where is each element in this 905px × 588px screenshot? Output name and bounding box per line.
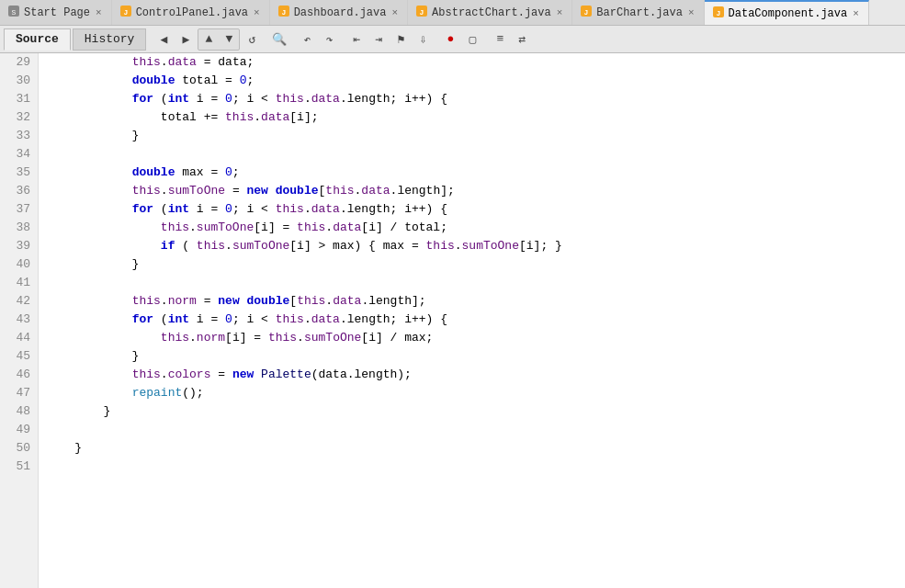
svg-text:S: S xyxy=(12,8,17,17)
history-tab[interactable]: History xyxy=(73,28,147,51)
line-number-30: 30 xyxy=(7,72,30,90)
line-number-44: 44 xyxy=(7,329,30,347)
next-icon[interactable]: ▼ xyxy=(219,29,239,50)
svg-text:J: J xyxy=(716,9,720,17)
back-icon[interactable]: ◀ xyxy=(153,29,174,50)
tab-close-barchart[interactable]: × xyxy=(686,6,696,19)
line-number-48: 48 xyxy=(7,402,30,421)
svg-text:J: J xyxy=(584,8,589,17)
code-container: 2930313233343536373839404142434445464748… xyxy=(0,53,905,588)
format-icon[interactable]: ⇄ xyxy=(512,29,532,50)
tab-icon-datacomp: J xyxy=(712,6,725,22)
tab-label-abstract: AbstractChart.java xyxy=(432,6,551,19)
move-right-icon[interactable]: ⇥ xyxy=(368,29,389,50)
tab-barchart[interactable]: JBarChart.java× xyxy=(572,0,704,26)
tab-bar: SStart Page×JControlPanel.java×JDashboar… xyxy=(0,0,905,26)
tab-label-dashboard: Dashboard.java xyxy=(294,6,387,19)
tab-icon-dashboard: J xyxy=(277,5,290,21)
code-line-39: if ( this.sumToOne[i] > max) { max = thi… xyxy=(46,237,898,255)
svg-text:J: J xyxy=(123,8,128,17)
tab-label-barchart: BarChart.java xyxy=(596,6,683,19)
svg-text:J: J xyxy=(281,8,286,17)
search-icon[interactable]: 🔍 xyxy=(269,29,289,50)
line-number-35: 35 xyxy=(7,164,30,182)
line-number-49: 49 xyxy=(7,421,30,439)
line-number-39: 39 xyxy=(7,237,30,255)
line-number-38: 38 xyxy=(7,219,30,237)
tab-datacomp[interactable]: JDataComponent.java× xyxy=(705,0,869,26)
line-number-40: 40 xyxy=(7,255,30,274)
code-line-32: total += this.data[i]; xyxy=(46,108,898,127)
line-number-51: 51 xyxy=(7,458,30,476)
line-number-31: 31 xyxy=(7,90,30,108)
align-icon[interactable]: ≡ xyxy=(490,29,510,50)
tab-control[interactable]: JControlPanel.java× xyxy=(112,0,270,26)
code-line-40: } xyxy=(46,255,898,274)
code-line-29: this.data = data; xyxy=(46,53,898,72)
last-edit-icon[interactable]: ↺ xyxy=(242,29,262,50)
forward-icon[interactable]: ▶ xyxy=(175,29,196,50)
code-line-42: this.norm = new double[this.data.length]… xyxy=(46,292,898,311)
code-line-44: this.norm[i] = this.sumToOne[i] / max; xyxy=(46,329,898,347)
bookmark-prev-icon[interactable]: ⇩ xyxy=(413,29,433,50)
code-line-31: for (int i = 0; i < this.data.length; i+… xyxy=(46,90,898,108)
history-nav-group: ▲ ▼ xyxy=(198,28,240,51)
tab-label-control: ControlPanel.java xyxy=(136,6,248,19)
line-number-32: 32 xyxy=(7,108,30,127)
code-line-37: for (int i = 0; i < this.data.length; i+… xyxy=(46,200,898,219)
tab-label-datacomp: DataComponent.java xyxy=(729,7,848,20)
tab-label-start: Start Page xyxy=(24,6,90,19)
line-number-47: 47 xyxy=(7,384,30,402)
code-line-36: this.sumToOne = new double[this.data.len… xyxy=(46,182,898,200)
tab-close-datacomp[interactable]: × xyxy=(851,7,861,20)
code-line-49 xyxy=(46,421,898,439)
source-tab[interactable]: Source xyxy=(4,28,71,51)
record-icon[interactable]: ● xyxy=(440,29,460,50)
undo-icon[interactable]: ↶ xyxy=(297,29,317,50)
prev-icon[interactable]: ▲ xyxy=(198,29,219,50)
code-line-48: } xyxy=(46,402,898,421)
code-line-43: for (int i = 0; i < this.data.length; i+… xyxy=(46,311,898,329)
code-line-46: this.colors = new Palette(data.length); xyxy=(46,366,898,384)
tab-close-dashboard[interactable]: × xyxy=(390,6,400,19)
line-number-42: 42 xyxy=(7,292,30,311)
tab-close-start[interactable]: × xyxy=(94,6,104,19)
line-numbers: 2930313233343536373839404142434445464748… xyxy=(0,53,39,588)
source-history-bar: Source History ◀ ▶ ▲ ▼ ↺ 🔍 ↶ ↷ ⇤ ⇥ ⚑ ⇩ ●… xyxy=(0,26,905,53)
code-line-35: double max = 0; xyxy=(46,164,898,182)
code-line-45: } xyxy=(46,347,898,366)
tab-dashboard[interactable]: JDashboard.java× xyxy=(270,0,408,26)
code-line-51 xyxy=(46,458,898,476)
line-number-36: 36 xyxy=(7,182,30,200)
tab-close-abstract[interactable]: × xyxy=(555,6,565,19)
line-number-45: 45 xyxy=(7,347,30,366)
line-number-34: 34 xyxy=(7,145,30,164)
tab-abstract[interactable]: JAbstractChart.java× xyxy=(408,0,572,26)
tab-icon-barchart: J xyxy=(580,5,593,21)
move-left-icon[interactable]: ⇤ xyxy=(346,29,367,50)
code-content[interactable]: this.data = data; double total = 0; for … xyxy=(39,53,905,588)
tab-start[interactable]: SStart Page× xyxy=(0,0,112,26)
code-line-34 xyxy=(46,145,898,164)
code-line-30: double total = 0; xyxy=(46,72,898,90)
toolbar: ◀ ▶ ▲ ▼ ↺ 🔍 ↶ ↷ ⇤ ⇥ ⚑ ⇩ ● ▢ ≡ ⇄ xyxy=(153,28,532,51)
code-line-38: this.sumToOne[i] = this.data[i] / total; xyxy=(46,219,898,237)
line-number-37: 37 xyxy=(7,200,30,219)
line-number-33: 33 xyxy=(7,127,30,145)
code-line-47: repaint(); xyxy=(46,384,898,402)
code-line-41 xyxy=(46,274,898,292)
redo-icon[interactable]: ↷ xyxy=(319,29,339,50)
line-number-43: 43 xyxy=(7,311,30,329)
stop-icon[interactable]: ▢ xyxy=(462,29,482,50)
line-number-41: 41 xyxy=(7,274,30,292)
svg-text:J: J xyxy=(420,8,424,17)
code-line-50: } xyxy=(46,439,898,458)
tab-icon-abstract: J xyxy=(415,5,428,21)
line-number-29: 29 xyxy=(7,53,30,72)
tab-icon-control: J xyxy=(119,5,132,21)
toggle-bookmark-icon[interactable]: ⚑ xyxy=(390,29,411,50)
line-number-46: 46 xyxy=(7,366,30,384)
tab-icon-start: S xyxy=(7,5,20,21)
tab-close-control[interactable]: × xyxy=(252,6,262,19)
code-line-33: } xyxy=(46,127,898,145)
